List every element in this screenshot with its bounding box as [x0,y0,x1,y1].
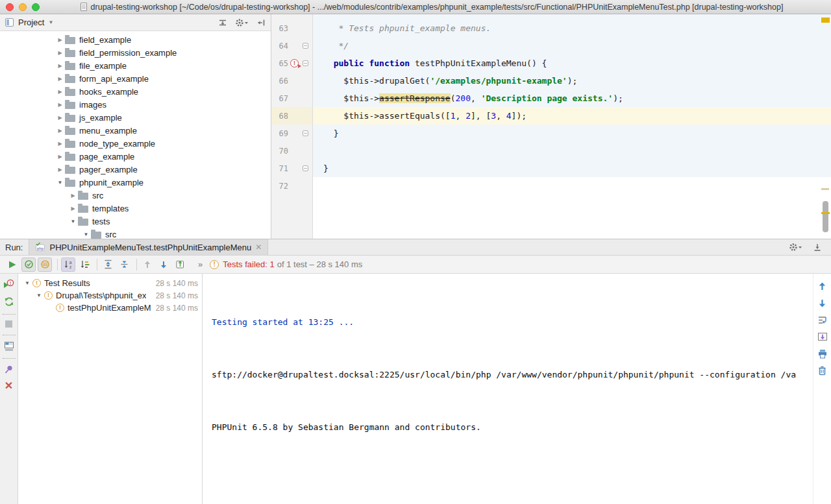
next-failed-test-button[interactable] [156,258,171,272]
tree-item-templates[interactable]: ▶templates [0,202,271,215]
close-window-button[interactable] [6,3,14,11]
folder-icon [65,128,75,135]
tree-item-field_example[interactable]: ▶field_example [0,33,271,46]
editor-error-stripe[interactable] [819,14,831,239]
svg-text:z: z [69,265,71,269]
code-line-71[interactable]: 71} [271,160,831,177]
tree-item-form_api_example[interactable]: ▶form_api_example [0,72,271,85]
tree-item-tests[interactable]: ▼tests [0,215,271,228]
collapsed-arrow-icon[interactable]: ▶ [55,76,65,82]
code-line-69[interactable]: 69 } [271,125,831,142]
clear-all-icon[interactable] [817,366,827,376]
sort-alphabetically-toggle[interactable]: az [61,258,75,272]
run-tab[interactable]: php PHPUnitExampleMenuTest.testPhpUnitEx… [29,239,268,255]
rerun-failed-tests-icon[interactable]: ! [3,279,14,289]
show-ignored-toggle[interactable] [38,258,52,272]
test-results-tree: ▼ Test Results 28 s 140 ms ▼ Drupal\Test… [18,274,203,504]
tree-item-hooks_example[interactable]: ▶hooks_example [0,85,271,98]
collapsed-arrow-icon[interactable]: ▶ [55,50,65,56]
collapse-all-button[interactable] [117,258,131,272]
import-test-results-button[interactable] [173,258,187,272]
collapsed-arrow-icon[interactable]: ▶ [68,193,78,198]
code-line-63[interactable]: 63 * Tests phpunit_example menus. [271,19,831,37]
tree-item-images[interactable]: ▶images [0,98,271,111]
previous-failed-test-button[interactable] [140,258,155,272]
title-bar: drupal-testing-workshop [~/Code/os/drupa… [0,0,831,14]
pin-tab-icon[interactable] [4,365,14,374]
expanded-arrow-icon[interactable]: ▼ [22,280,32,286]
folder-icon [65,76,75,83]
hide-panel-icon[interactable] [813,243,822,252]
code-line-67[interactable]: 67 $this->assertResponse(200, 'Descripti… [271,90,831,107]
test-console-output[interactable]: Testing started at 13:25 ... sftp://dock… [203,274,813,504]
close-tab-icon[interactable]: ✕ [255,243,262,251]
collapsed-arrow-icon[interactable]: ▶ [55,154,65,160]
test-results-root-row[interactable]: ▼ Test Results 28 s 140 ms [18,277,202,289]
down-the-stacktrace-icon[interactable] [817,298,827,308]
tree-item-src[interactable]: ▶src [0,189,271,202]
tree-item-tests-src[interactable]: ▼src [0,228,271,239]
minimize-window-button[interactable] [19,3,27,11]
collapsed-arrow-icon[interactable]: ▶ [55,128,65,134]
tree-item-node_type_example[interactable]: ▶node_type_example [0,137,271,150]
console-line-command: sftp://docker@drupaltest.docksal:2225/us… [212,366,813,383]
expand-all-button[interactable] [101,258,115,272]
rerun-tests-icon[interactable] [4,296,14,307]
sort-by-duration-button[interactable] [77,258,92,272]
tree-item-pager_example[interactable]: ▶pager_example [0,163,271,176]
locate-file-icon[interactable] [218,18,227,27]
test-case-row[interactable]: testPhpUnitExampleM 28 s 140 ms [18,302,202,314]
code-line-70[interactable]: 70 [271,142,831,160]
expanded-arrow-icon[interactable]: ▼ [68,219,78,224]
code-editor[interactable]: 63 * Tests phpunit_example menus. 64 */ … [271,14,831,239]
collapsed-arrow-icon[interactable]: ▶ [55,37,65,43]
collapsed-arrow-icon[interactable]: ▶ [68,206,78,211]
code-line-66[interactable]: 66 $this->drupalGet('/examples/phpunit-e… [271,72,831,90]
stop-icon[interactable] [5,320,12,328]
soft-wrap-icon[interactable] [817,315,828,325]
code-line-72[interactable]: 72 [271,177,831,195]
project-dropdown-caret-icon[interactable]: ▼ [48,19,53,25]
svg-text:!: ! [10,280,12,286]
scroll-to-end-icon[interactable] [817,332,828,342]
gear-icon[interactable] [789,243,802,252]
fold-marker-icon[interactable] [303,165,308,171]
tree-item-file_example[interactable]: ▶file_example [0,59,271,72]
collapsed-arrow-icon[interactable]: ▶ [55,115,65,121]
collapsed-arrow-icon[interactable]: ▶ [55,63,65,69]
project-tool-window: Project ▼ ▶field_example ▶field_permissi… [0,14,271,239]
tree-item-phpunit_example[interactable]: ▼phpunit_example [0,176,271,189]
expanded-arrow-icon[interactable]: ▼ [55,180,65,186]
show-passed-toggle[interactable] [21,258,36,272]
print-icon[interactable] [817,349,828,359]
fold-marker-icon[interactable] [303,60,308,66]
rerun-button[interactable] [5,258,19,272]
tree-item-js_example[interactable]: ▶js_example [0,111,271,124]
close-run-panel-icon[interactable]: ✕ [5,381,13,390]
restore-layout-icon[interactable] [4,341,14,351]
fold-marker-icon[interactable] [303,43,308,49]
collapsed-arrow-icon[interactable]: ▶ [55,141,65,147]
console-right-toolbar [813,274,831,504]
fold-marker-icon[interactable] [303,130,308,136]
hide-panel-icon[interactable] [256,18,266,27]
toolbar-overflow-chevrons-icon[interactable]: » [198,259,203,269]
tree-item-page_example[interactable]: ▶page_example [0,150,271,163]
deprecated-method-highlight: assertResponse [379,93,451,103]
code-line-64[interactable]: 64 */ [271,37,831,54]
rerun-failed-test-gutter-icon[interactable] [290,59,299,67]
test-suite-row[interactable]: ▼ Drupal\Tests\phpunit_ex 28 s 140 ms [18,289,202,302]
collapsed-arrow-icon[interactable]: ▶ [55,89,65,95]
editor-scrollbar-thumb[interactable] [823,201,828,232]
tree-item-field_permission_example[interactable]: ▶field_permission_example [0,46,271,59]
tree-item-menu_example[interactable]: ▶menu_example [0,124,271,137]
expanded-arrow-icon[interactable]: ▼ [34,293,44,298]
code-line-68-current[interactable]: 68 $this->assertEquals([1, 2], [3, 4]); [271,107,831,125]
code-line-65[interactable]: 65 public function testPhpUnitExampleMen… [271,54,831,72]
collapsed-arrow-icon[interactable]: ▶ [55,167,65,173]
collapsed-arrow-icon[interactable]: ▶ [55,102,65,108]
project-panel-title: Project [18,18,44,27]
expanded-arrow-icon[interactable]: ▼ [81,232,91,237]
up-the-stacktrace-icon[interactable] [817,282,827,291]
gear-icon[interactable] [235,18,249,27]
